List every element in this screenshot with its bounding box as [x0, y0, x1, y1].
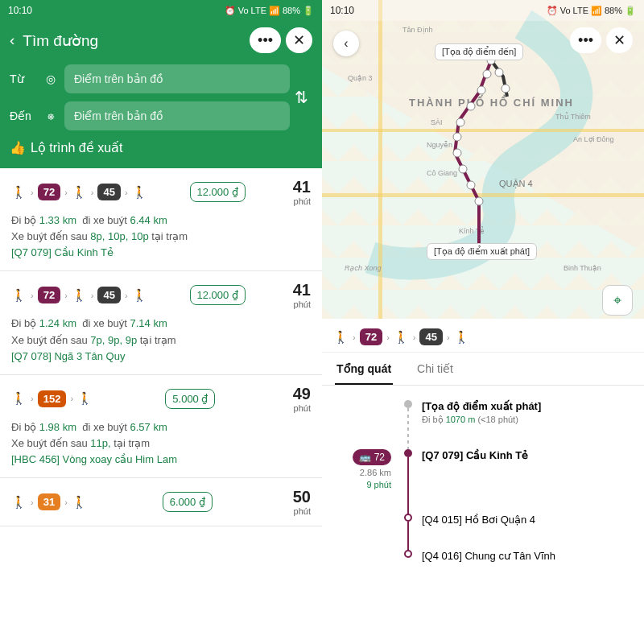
svg-point-8	[483, 70, 491, 78]
walk-icon: 🚶	[77, 391, 93, 406]
title-text: Tìm đường	[23, 31, 98, 50]
route-chips: 🚶›152›🚶	[11, 390, 93, 407]
chevron-right-icon: ›	[386, 332, 390, 342]
battery-label: 88%	[283, 6, 300, 15]
route-detail: Đi bộ 1.24 km đi xe buýt 7.14 kmXe buýt …	[11, 316, 311, 364]
svg-point-2	[459, 165, 467, 173]
signal-icon: 📶	[269, 6, 280, 16]
locate-button[interactable]: ⌖	[602, 285, 633, 316]
chevron-right-icon: ›	[31, 497, 34, 507]
from-input[interactable]: Điểm trên bản đồ	[64, 64, 290, 93]
svg-point-3	[453, 149, 461, 157]
tl-stop: [Q7 079] Cầu Kinh Tẻ	[422, 449, 631, 461]
battery-icon: 🔋	[625, 6, 636, 16]
more-button[interactable]: •••	[250, 27, 281, 53]
walk-icon: 🚶	[72, 288, 87, 303]
walk-icon: 🚶	[132, 288, 147, 303]
crosshair-icon: ⌖	[613, 292, 621, 309]
route-card[interactable]: 🚶›72›🚶›45›🚶12.000 ₫41phútĐi bộ 1.24 km đ…	[0, 271, 322, 374]
detail-screen: 10:10 ⏰ Vo LTE 📶 88% 🔋 THÀNH PHỐ HỒ CHÍ …	[322, 0, 644, 644]
route-card[interactable]: 🚶›72›🚶›45›🚶12.000 ₫41phútĐi bộ 1.33 km đ…	[0, 168, 322, 271]
route-chips: 🚶›31›🚶	[11, 493, 87, 510]
from-label: Từ	[10, 72, 37, 85]
price-badge: 5.000 ₫	[165, 389, 215, 409]
page-title: ‹ Tìm đường	[10, 31, 98, 50]
bus-dist: 2.86 km	[335, 468, 391, 477]
price-badge: 12.000 ₫	[190, 182, 246, 202]
battery-label: 88%	[605, 6, 622, 15]
alarm-icon: ⏰	[547, 6, 558, 16]
chevron-right-icon: ›	[413, 332, 416, 342]
chevron-right-icon: ›	[64, 188, 68, 197]
chevron-right-icon: ›	[125, 291, 128, 300]
svg-point-5	[456, 118, 464, 126]
back-icon[interactable]: ‹	[10, 31, 14, 49]
close-button[interactable]: ✕	[606, 27, 633, 53]
map[interactable]: THÀNH PHỐ HỒ CHÍ MINH SÀI Tân Định Đa Ka…	[322, 0, 644, 319]
chevron-right-icon: ›	[70, 394, 73, 403]
walk-icon: 🚶	[454, 330, 469, 345]
svg-point-10	[495, 68, 503, 76]
close-icon: ✕	[613, 31, 625, 49]
svg-point-0	[475, 197, 483, 205]
walk-icon: 🚶	[72, 495, 87, 510]
target-icon: ◎	[43, 72, 58, 85]
tab-detail[interactable]: Chi tiết	[415, 353, 455, 385]
route-card[interactable]: 🚶›152›🚶5.000 ₫49phútĐi bộ 1.98 km đi xe …	[0, 375, 322, 478]
svg-point-4	[453, 133, 461, 141]
to-input[interactable]: Điểm trên bản đồ	[64, 101, 290, 130]
bus-time: 9 phút	[335, 480, 391, 489]
tl-start-walk: Đi bộ 1070 m (<18 phút)	[422, 415, 631, 425]
chevron-left-icon: ‹	[344, 36, 348, 51]
chevron-right-icon: ›	[353, 332, 356, 342]
duration: 50phút	[293, 488, 311, 516]
signal-icon: 📶	[591, 6, 602, 16]
battery-icon: 🔋	[303, 6, 314, 16]
pin-icon: ⎈	[43, 109, 58, 122]
ellipsis-icon: •••	[578, 32, 593, 49]
bus-chip: 72	[38, 184, 60, 200]
walk-icon: 🚶	[11, 288, 27, 303]
tab-overview[interactable]: Tổng quát	[335, 353, 393, 385]
walk-icon: 🚶	[11, 391, 27, 406]
bus-chip: 45	[419, 328, 442, 345]
more-button[interactable]: •••	[570, 27, 601, 53]
bus-chip: 45	[97, 184, 120, 200]
status-bar: 10:10 ⏰ Vo LTE 📶 88% 🔋	[322, 0, 644, 21]
chevron-right-icon: ›	[31, 291, 34, 300]
tl-stop: [Q4 016] Chung cư Tân Vĩnh	[422, 550, 631, 562]
close-button[interactable]: ✕	[286, 27, 312, 53]
tabs: Tổng quát Chi tiết	[322, 353, 644, 386]
walk-icon: 🚶	[333, 330, 349, 345]
chevron-right-icon: ›	[91, 291, 94, 300]
origin-callout[interactable]: [Tọa độ điểm xuất phát]	[427, 243, 537, 260]
close-icon: ✕	[293, 31, 305, 49]
thumbs-up-icon: 👍	[10, 140, 26, 155]
status-bar: 10:10 ⏰ Vo LTE 📶 88% 🔋	[0, 0, 322, 21]
bus-chip: 152	[38, 390, 67, 407]
route-card[interactable]: 🚶›31›🚶6.000 ₫50phút	[0, 478, 322, 526]
walk-icon: 🚶	[11, 495, 27, 510]
status-time: 10:10	[330, 5, 354, 16]
svg-point-1	[467, 181, 475, 189]
map-back-button[interactable]: ‹	[333, 31, 359, 56]
tl-stop: [Q4 015] Hồ Bơi Quận 4	[422, 514, 631, 526]
routes-list: 🚶›72›🚶›45›🚶12.000 ₫41phútĐi bộ 1.33 km đ…	[0, 168, 322, 526]
duration: 41phút	[293, 178, 311, 206]
swap-icon: ⇅	[295, 88, 308, 107]
network-label: Vo LTE	[560, 6, 588, 15]
route-chips: 🚶›72›🚶›45›🚶	[11, 184, 147, 200]
svg-point-6	[467, 102, 475, 110]
dest-callout[interactable]: [Tọa độ điểm đến]	[435, 43, 523, 60]
chevron-right-icon: ›	[125, 188, 128, 197]
walk-icon: 🚶	[394, 330, 409, 345]
svg-point-7	[477, 86, 485, 94]
route-detail: Đi bộ 1.33 km đi xe buýt 6.44 kmXe buýt …	[11, 213, 311, 261]
swap-button[interactable]: ⇅	[290, 88, 312, 107]
to-label: Đến	[10, 109, 37, 122]
walk-icon: 🚶	[11, 185, 27, 200]
alarm-icon: ⏰	[225, 6, 236, 16]
price-badge: 12.000 ₫	[190, 285, 246, 305]
tl-start-title: [Tọa độ điểm xuất phát]	[422, 400, 631, 412]
duration: 49phút	[293, 385, 311, 413]
